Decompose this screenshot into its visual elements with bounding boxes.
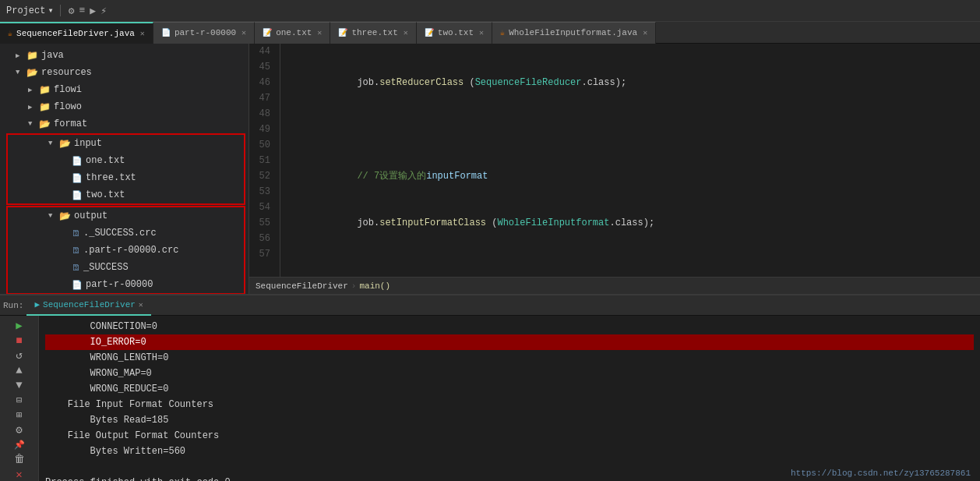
project-menu[interactable]: Project ▾	[6, 5, 61, 16]
tab-close-icon[interactable]: ✕	[643, 28, 647, 37]
scroll-up-button[interactable]: ▲	[9, 363, 30, 377]
arrow-icon: ▶	[28, 103, 39, 111]
tab-wholefileinputformat[interactable]: ☕ WholeFileInputformat.java ✕	[492, 22, 656, 44]
menu-icon[interactable]: ≡	[79, 5, 85, 16]
tree-label: part-r-00000	[86, 279, 153, 290]
tree-item-success[interactable]: 🖺 _SUCCESS	[8, 259, 244, 276]
tab-two-txt[interactable]: 📝 two.txt ✕	[417, 22, 492, 44]
run-output[interactable]: CONNECTION=0 IO_ERROR=0 WRONG_LENGTH=0 W…	[39, 316, 980, 481]
output-highlight-box: ▼ 📂 output 🖺 ._SUCCESS.crc 🖺 .part-r-00	[6, 206, 245, 294]
run-line-file-output: File Output Format Counters	[45, 428, 974, 444]
collapse-button[interactable]: ⊟	[9, 393, 30, 406]
editor-area: 44 45 46 47 48 49 50 51 52 53 54 55 56 5…	[249, 44, 980, 294]
folder-icon: 📂	[39, 118, 51, 130]
rerun-button[interactable]: ↺	[9, 348, 30, 362]
expand-button[interactable]: ⊞	[9, 408, 30, 422]
tab-run-sequencefiledriver[interactable]: ▶ SequenceFileDriver ✕	[26, 295, 150, 316]
txt-file-icon: 📄	[72, 190, 83, 200]
tree-item-output[interactable]: ▼ 📂 output	[8, 207, 244, 225]
tree-label: two.txt	[86, 189, 125, 200]
tab-label: one.txt	[276, 28, 312, 37]
tab-label: three.txt	[351, 28, 397, 37]
breadcrumb-method: main()	[359, 281, 390, 291]
arrow-icon: ▶	[28, 86, 39, 94]
tree-item-one-txt[interactable]: 📄 one.txt	[8, 152, 244, 169]
line-numbers: 44 45 46 47 48 49 50 51 52 53 54 55 56 5…	[249, 44, 280, 277]
run-line-file-input: File Input Format Counters	[45, 397, 974, 412]
tree-item-part-r-00000[interactable]: 📄 part-r-00000	[8, 276, 244, 293]
txt-file-icon: 📝	[425, 28, 434, 37]
code-container: 44 45 46 47 48 49 50 51 52 53 54 55 56 5…	[249, 44, 980, 277]
run-tab-close-icon[interactable]: ✕	[139, 300, 143, 309]
project-tree: ▶ 📁 java ▼ 📂 resources ▶ 📁 flowi ▶	[0, 44, 249, 294]
project-label: Project	[6, 5, 45, 16]
run-label-text: Run:	[3, 301, 23, 310]
tab-one-txt[interactable]: 📝 one.txt ✕	[255, 22, 330, 44]
tree-item-flowo[interactable]: ▶ 📁 flowo	[0, 98, 249, 115]
main-area: ▶ 📁 java ▼ 📂 resources ▶ 📁 flowi ▶	[0, 44, 980, 294]
tab-close-icon[interactable]: ✕	[404, 28, 408, 37]
tab-close-icon[interactable]: ✕	[140, 29, 145, 38]
tree-item-part-crc[interactable]: 🖺 .part-r-00000.crc	[8, 242, 244, 259]
run-line-wrong-length: WRONG_LENGTH=0	[45, 350, 974, 366]
java-file-icon: ☕	[500, 28, 505, 37]
flash-icon[interactable]: ⚡	[100, 5, 107, 17]
settings2-icon[interactable]: ⚙	[9, 423, 30, 437]
crc-file-icon: 🖺	[72, 228, 80, 239]
settings-icon[interactable]: ⚙	[69, 5, 75, 17]
breadcrumb-separator: ›	[351, 281, 357, 291]
tab-close-icon[interactable]: ✕	[317, 28, 322, 37]
stop-button[interactable]: ■	[9, 334, 30, 347]
tab-label: two.txt	[438, 28, 474, 37]
tree-label: three.txt	[86, 172, 136, 183]
tree-item-resources[interactable]: ▼ 📂 resources	[0, 64, 249, 81]
tree-item-flowi[interactable]: ▶ 📁 flowi	[0, 81, 249, 98]
input-highlight-box: ▼ 📂 input 📄 one.txt 📄 three.txt	[6, 133, 245, 205]
arrow-icon: ▼	[48, 212, 59, 220]
pin-icon[interactable]: 📌	[9, 438, 30, 451]
tree-label: output	[74, 210, 108, 221]
tree-label: input	[74, 138, 102, 149]
code-content[interactable]: job.setReducerClass (SequenceFileReducer…	[280, 44, 980, 277]
bottom-content: ▶ ■ ↺ ▲ ▼ ⊟ ⊞ ⚙ 📌 🗑 ✕ CONNECTION=0 IO_ER…	[0, 316, 980, 481]
tab-sequencefiledriver[interactable]: ☕ SequenceFileDriver.java ✕	[0, 22, 153, 44]
delete-button[interactable]: 🗑	[9, 453, 30, 466]
run-line-io-error: IO_ERROR=0	[45, 334, 974, 350]
success-file-icon: 🖺	[72, 263, 80, 273]
tab-label: WholeFileInputformat.java	[509, 28, 637, 37]
tree-item-three-txt[interactable]: 📄 three.txt	[8, 169, 244, 186]
arrow-icon: ▼	[16, 69, 26, 76]
bottom-panel: Run: ▶ SequenceFileDriver ✕ ▶ ■ ↺ ▲ ▼ ⊟ …	[0, 294, 980, 481]
run-tab-label: SequenceFileDriver	[43, 300, 136, 309]
tab-close-icon[interactable]: ✕	[241, 28, 246, 37]
tab-label: SequenceFileDriver.java	[16, 29, 135, 38]
run-button[interactable]: ▶	[9, 319, 30, 332]
folder-icon: 📁	[26, 50, 38, 62]
run-line-bytes-written: Bytes Written=560	[45, 444, 974, 459]
tab-label: part-r-00000	[174, 28, 236, 37]
tree-item-input[interactable]: ▼ 📂 input	[8, 135, 244, 152]
tree-item-success-crc[interactable]: 🖺 ._SUCCESS.crc	[8, 225, 244, 242]
tree-item-two-txt[interactable]: 📄 two.txt	[8, 186, 244, 203]
folder-icon: 📂	[59, 210, 71, 222]
txt-file-icon: 📝	[263, 28, 272, 37]
tab-part-r-00000[interactable]: 📄 part-r-00000 ✕	[153, 22, 255, 44]
tree-item-format[interactable]: ▼ 📂 format	[0, 115, 249, 133]
tree-label: one.txt	[86, 155, 125, 166]
folder-icon: 📁	[39, 101, 51, 113]
crc-file-icon: 🖺	[72, 246, 80, 256]
run-icon[interactable]: ▶	[90, 5, 96, 17]
part-file-icon: 📄	[72, 280, 83, 290]
tabs-bar: ☕ SequenceFileDriver.java ✕ 📄 part-r-000…	[0, 22, 980, 44]
close2-button[interactable]: ✕	[9, 468, 30, 481]
tab-close-icon[interactable]: ✕	[479, 28, 484, 37]
tree-item-java[interactable]: ▶ 📁 java	[0, 47, 249, 64]
arrow-icon: ▼	[28, 120, 39, 128]
project-dropdown-icon: ▾	[48, 5, 53, 16]
file-icon: 📄	[161, 28, 171, 37]
txt-file-icon: 📝	[338, 28, 347, 37]
run-line-wrong-reduce: WRONG_REDUCE=0	[45, 381, 974, 397]
tab-three-txt[interactable]: 📝 three.txt ✕	[330, 22, 416, 44]
tree-label: flowo	[54, 101, 82, 112]
scroll-down-button[interactable]: ▼	[9, 378, 30, 391]
